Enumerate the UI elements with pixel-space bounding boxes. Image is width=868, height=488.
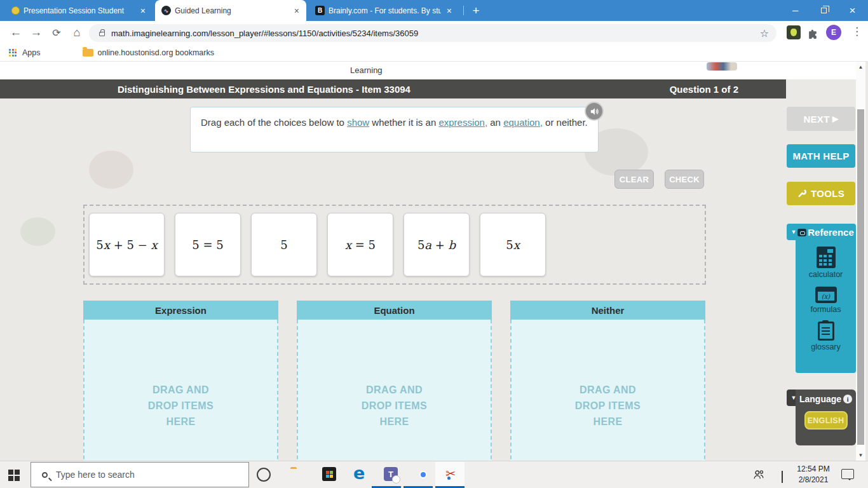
show-hidden-icons-chevron[interactable] — [782, 472, 783, 484]
choice-item[interactable]: 5a + b — [403, 213, 470, 276]
math-text: x — [513, 238, 520, 252]
browser-toolbar: ← → ⟳ ⌂ math.imaginelearning.com/lesson_… — [0, 21, 868, 44]
scroll-up-icon[interactable]: ▲ — [856, 64, 865, 70]
tab-close-icon[interactable]: × — [139, 6, 147, 16]
clock-time: 12:54 PM — [791, 464, 836, 475]
taskbar-clock[interactable]: 12:54 PM 2/8/2021 — [791, 464, 836, 485]
close-window-button[interactable]: × — [838, 0, 867, 21]
address-bar[interactable]: math.imaginelearning.com/lesson_player/#… — [89, 24, 776, 42]
choice-item[interactable]: 5x — [480, 213, 546, 276]
forward-icon[interactable]: → — [28, 24, 44, 41]
edge-icon[interactable]: e — [353, 466, 365, 482]
equation-link[interactable]: equation, — [503, 117, 543, 128]
next-button[interactable]: NEXT ▶ — [787, 107, 855, 131]
calculator-label[interactable]: calculator — [809, 270, 843, 279]
tab-presentation-session[interactable]: Presentation Session Student × — [5, 0, 153, 21]
browser-menu-icon[interactable]: ⋮ — [851, 25, 862, 38]
extensions-puzzle-icon[interactable] — [804, 25, 821, 42]
zone-drop-area[interactable]: DRAG AND DROP ITEMS HERE — [83, 320, 278, 461]
bookmark-folder-label[interactable]: online.houstonisd.org bookmarks — [98, 48, 214, 57]
clock-date: 2/8/2021 — [791, 475, 836, 485]
language-title: Language — [799, 394, 841, 404]
reference-panel: Reference calculator (x) formulas glossa… — [796, 224, 856, 373]
zone-drop-area[interactable]: DRAG AND DROP ITEMS HERE — [297, 320, 492, 461]
cortana-icon[interactable] — [257, 468, 271, 482]
choice-item[interactable]: x = 5 — [327, 213, 393, 276]
info-icon[interactable]: i — [843, 395, 852, 403]
site-logo-text: Learning — [350, 65, 383, 75]
bookmark-folder-icon[interactable] — [83, 49, 93, 57]
background-decoration — [20, 217, 55, 246]
decorative-image — [707, 62, 737, 71]
glossary-icon[interactable] — [818, 322, 834, 341]
calculator-icon[interactable] — [817, 247, 836, 268]
tab-guided-learning[interactable]: ∿ Guided Learning × — [155, 0, 306, 21]
apps-label[interactable]: Apps — [22, 48, 41, 57]
profile-avatar[interactable]: E — [826, 25, 841, 40]
instruction-text: an — [487, 117, 503, 128]
tab-close-icon[interactable]: × — [292, 6, 301, 16]
formulas-label[interactable]: formulas — [811, 305, 841, 314]
search-placeholder-text: Type here to search — [56, 470, 135, 480]
math-text: b — [449, 238, 456, 252]
show-link[interactable]: show — [347, 117, 369, 128]
refresh-icon[interactable]: ⟳ — [48, 24, 65, 41]
tab-brainly[interactable]: B Brainly.com - For students. By stu × — [309, 0, 459, 21]
background-decoration — [89, 151, 133, 189]
people-icon[interactable] — [752, 470, 765, 480]
zone-header: Equation — [297, 301, 492, 320]
drop-zone-neither[interactable]: Neither DRAG AND DROP ITEMS HERE — [510, 301, 705, 461]
drop-zone-equation[interactable]: Equation DRAG AND DROP ITEMS HERE — [297, 301, 492, 461]
math-help-label: MATH HELP — [792, 151, 849, 161]
zone-header: Neither — [510, 301, 705, 320]
taskbar-search-input[interactable]: Type here to search — [31, 462, 249, 487]
math-text: 5 — [506, 238, 513, 252]
math-text: = 5 — [351, 238, 376, 252]
math-text: 5 — [417, 238, 424, 252]
start-button-icon[interactable] — [8, 470, 20, 482]
audio-speaker-button[interactable] — [585, 102, 604, 121]
tab-title: Guided Learning — [175, 6, 288, 15]
check-button[interactable]: CHECK — [665, 170, 704, 189]
expression-link[interactable]: expression, — [438, 117, 487, 128]
minimize-button[interactable]: ─ — [781, 0, 810, 21]
language-header: Language i — [799, 394, 852, 404]
bookmark-star-icon[interactable]: ☆ — [760, 27, 769, 39]
math-text: 5 — [96, 238, 103, 252]
item-header-bar: Distinguishing Between Expressions and E… — [0, 79, 786, 98]
math-text: x — [104, 238, 110, 252]
math-help-button[interactable]: MATH HELP — [787, 144, 855, 168]
zone-drop-area[interactable]: DRAG AND DROP ITEMS HERE — [510, 320, 705, 461]
scroll-down-icon[interactable]: ▼ — [856, 452, 865, 458]
new-tab-button[interactable]: + — [468, 3, 484, 19]
drop-placeholder-text: DRAG AND DROP ITEMS HERE — [139, 382, 223, 430]
action-center-icon[interactable] — [841, 469, 854, 479]
snipping-tool-icon[interactable]: ✂ — [445, 466, 456, 481]
reference-header[interactable]: Reference — [797, 227, 854, 238]
tab-close-icon[interactable]: × — [445, 6, 454, 16]
page-scrollbar[interactable]: ▲ ▼ — [856, 62, 865, 461]
home-icon[interactable]: ⌂ — [69, 24, 85, 41]
apps-grid-icon[interactable] — [9, 49, 17, 57]
scrollbar-thumb[interactable] — [857, 109, 864, 445]
glossary-label[interactable]: glossary — [811, 342, 841, 351]
tab-title: Presentation Session Student — [24, 6, 135, 15]
back-icon[interactable]: ← — [8, 24, 24, 41]
drop-placeholder-text: DRAG AND DROP ITEMS HERE — [566, 382, 650, 430]
item-title: Distinguishing Between Expressions and E… — [118, 84, 410, 95]
choice-item[interactable]: 5 = 5 — [175, 213, 241, 276]
formulas-icon[interactable]: (x) — [815, 287, 837, 303]
choice-item[interactable]: 5x + 5 − x — [89, 213, 165, 276]
url-text[interactable]: math.imaginelearning.com/lesson_player/#… — [111, 29, 760, 38]
teams-icon[interactable]: T — [384, 467, 398, 481]
extension-icon[interactable] — [787, 25, 801, 39]
clear-button[interactable]: CLEAR — [614, 170, 654, 189]
english-button[interactable]: ENGLISH — [804, 411, 848, 430]
restore-button[interactable] — [810, 0, 838, 21]
tools-button[interactable]: TOOLS — [787, 182, 855, 205]
guided-learning-favicon-icon: ∿ — [161, 6, 171, 15]
tools-label: TOOLS — [811, 188, 844, 199]
microsoft-store-icon[interactable] — [322, 467, 336, 481]
choice-item[interactable]: 5 — [251, 213, 317, 276]
drop-zone-expression[interactable]: Expression DRAG AND DROP ITEMS HERE — [83, 301, 278, 461]
